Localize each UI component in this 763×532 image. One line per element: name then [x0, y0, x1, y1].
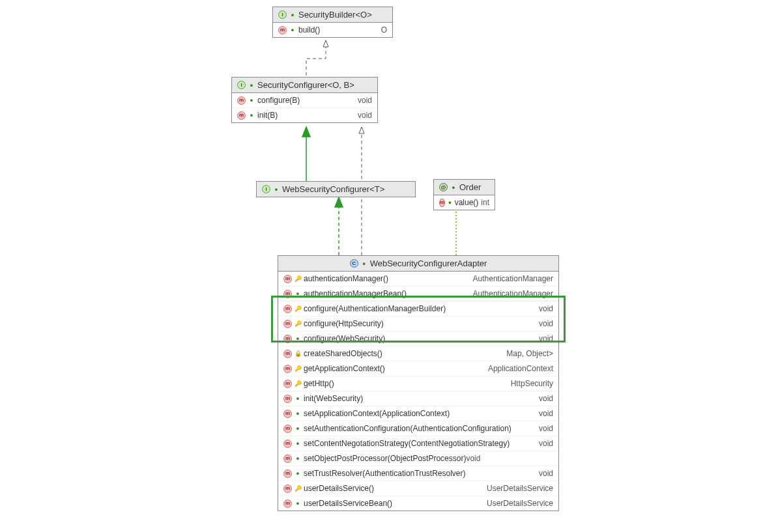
member-row: m●setApplicationContext(ApplicationConte… — [278, 406, 558, 421]
visibility-icon: ● — [450, 184, 457, 191]
method-icon: m — [278, 26, 287, 35]
interface-icon: I — [262, 185, 270, 193]
visibility-icon: ● — [361, 260, 367, 267]
visibility-icon: ● — [273, 186, 280, 193]
member-signature: authenticationManager() — [304, 273, 470, 285]
method-icon: m — [283, 499, 292, 508]
member-row: m●init(B)void — [232, 108, 377, 122]
member-return-type: void — [539, 423, 553, 434]
visibility-protected-icon: 🔑 — [295, 363, 301, 374]
visibility-public-icon: ● — [248, 109, 255, 121]
member-return-type: int — [481, 197, 489, 208]
class-name: SecurityBuilder<O> — [298, 10, 372, 20]
member-return-type: void — [539, 393, 553, 404]
member-signature: setTrustResolver(AuthenticationTrustReso… — [304, 468, 536, 479]
class-order: @ ● Order m●value()int — [433, 179, 495, 210]
interface-icon: I — [237, 81, 246, 89]
member-return-type: Map, Object> — [506, 348, 553, 359]
class-title: I ● WebSecurityConfigurer<T> — [257, 182, 415, 197]
method-icon: m — [283, 440, 292, 448]
member-return-type: void — [466, 454, 480, 463]
member-row: m🔒createSharedObjects()Map, Object> — [278, 346, 558, 361]
member-signature: init(B) — [257, 109, 355, 121]
member-row: m●setAuthenticationConfiguration(Authent… — [278, 421, 558, 436]
method-icon: m — [283, 484, 292, 493]
interface-icon: I — [278, 10, 287, 19]
class-title: @ ● Order — [434, 180, 495, 195]
visibility-public-icon: ● — [248, 94, 255, 106]
member-return-type: HttpSecurity — [511, 378, 553, 389]
class-web-security-configurer-adapter: C ● WebSecurityConfigurerAdapter m🔑authe… — [278, 255, 559, 511]
visibility-public-icon: ● — [295, 423, 301, 434]
class-name: SecurityConfigurer<O, B> — [257, 80, 354, 90]
method-icon: m — [283, 410, 292, 418]
member-return-type: void — [539, 438, 553, 449]
method-icon: m — [283, 365, 292, 373]
method-icon: m — [237, 111, 246, 120]
class-icon: C — [350, 259, 358, 268]
member-row: m●value()int — [434, 195, 495, 210]
member-row: m🔑getApplicationContext()ApplicationCont… — [278, 361, 558, 376]
class-security-configurer: I ● SecurityConfigurer<O, B> m●configure… — [231, 77, 378, 123]
member-row: m●setObjectPostProcessor(ObjectPostProce… — [278, 451, 558, 466]
method-icon: m — [283, 350, 292, 358]
method-icon: m — [283, 425, 292, 433]
member-signature: userDetailsServiceBean() — [304, 497, 484, 509]
member-signature: init(WebSecurity) — [304, 393, 536, 404]
class-title: I ● SecurityConfigurer<O, B> — [232, 77, 377, 93]
class-web-security-configurer: I ● WebSecurityConfigurer<T> — [256, 181, 416, 197]
visibility-public-icon: ● — [295, 497, 301, 509]
member-signature: configure(B) — [257, 94, 355, 106]
highlight-configure-methods — [271, 296, 566, 343]
member-row: m🔑authenticationManager()AuthenticationM… — [278, 272, 558, 287]
visibility-public-icon: ● — [448, 197, 452, 208]
method-icon: m — [283, 380, 292, 388]
member-list: m●configure(B)voidm●init(B)void — [232, 93, 377, 122]
member-row: m●userDetailsServiceBean()UserDetailsSer… — [278, 496, 558, 511]
visibility-icon: ● — [248, 82, 255, 89]
member-signature: value() — [455, 197, 479, 208]
member-signature: setAuthenticationConfiguration(Authentic… — [304, 423, 536, 434]
member-return-type: UserDetailsService — [487, 497, 553, 509]
visibility-public-icon: ● — [295, 468, 301, 479]
class-name: WebSecurityConfigurerAdapter — [370, 259, 487, 268]
member-row: m🔑userDetailsService()UserDetailsService — [278, 481, 558, 496]
class-security-builder: I ● SecurityBuilder<O> m●build()O — [272, 7, 393, 38]
visibility-protected-icon: 🔑 — [295, 378, 301, 389]
member-return-type: ApplicationContext — [488, 363, 553, 374]
member-row: m🔑getHttp()HttpSecurity — [278, 376, 558, 391]
member-row: m●configure(B)void — [232, 93, 377, 108]
class-title: C ● WebSecurityConfigurerAdapter — [278, 256, 558, 272]
member-signature: setObjectPostProcessor(ObjectPostProcess… — [304, 453, 553, 464]
method-icon: m — [283, 275, 292, 283]
visibility-public-icon: ● — [289, 24, 296, 36]
member-return-type: void — [539, 408, 553, 419]
method-icon: m — [439, 199, 445, 207]
member-signature: createSharedObjects() — [304, 348, 504, 359]
member-signature: setApplicationContext(ApplicationContext… — [304, 408, 536, 419]
member-row: m●init(WebSecurity)void — [278, 391, 558, 406]
method-icon: m — [283, 395, 292, 403]
annotation-icon: @ — [439, 183, 448, 191]
member-return-type: void — [539, 468, 553, 479]
visibility-public-icon: ● — [295, 453, 301, 464]
method-icon: m — [283, 455, 292, 463]
member-signature: userDetailsService() — [304, 483, 484, 494]
class-name: Order — [459, 182, 481, 192]
member-list: m●build()O — [273, 23, 392, 37]
visibility-protected-icon: 🔑 — [295, 273, 301, 285]
visibility-public-icon: ● — [295, 393, 301, 404]
member-return-type: UserDetailsService — [487, 483, 553, 494]
member-return-type: O — [381, 24, 387, 36]
member-signature: setContentNegotationStrategy(ContentNego… — [304, 438, 536, 449]
visibility-private-icon: 🔒 — [295, 348, 301, 359]
member-row: m●setTrustResolver(AuthenticationTrustRe… — [278, 466, 558, 481]
member-signature: build() — [298, 24, 379, 36]
method-icon: m — [283, 469, 292, 478]
member-return-type: void — [358, 94, 372, 106]
member-signature: getApplicationContext() — [304, 363, 485, 374]
visibility-public-icon: ● — [295, 438, 301, 449]
member-list: m●value()int — [434, 195, 495, 210]
member-signature: getHttp() — [304, 378, 508, 389]
member-row: m●build()O — [273, 23, 392, 37]
